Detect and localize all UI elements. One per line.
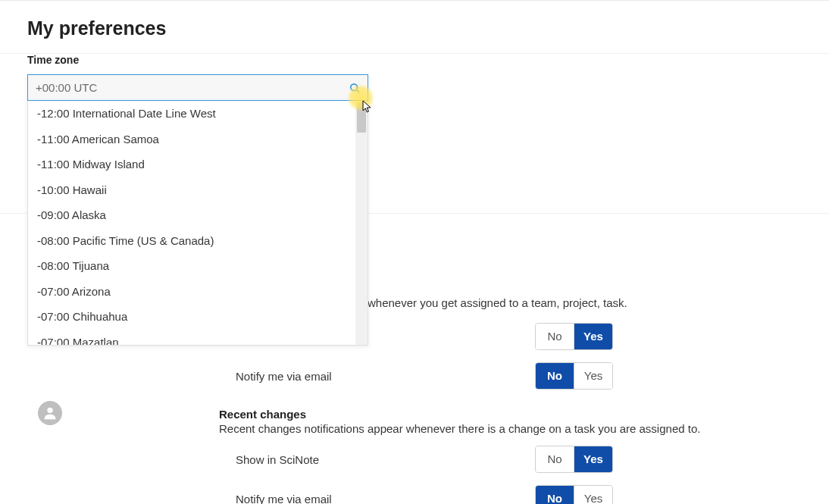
toggle-no[interactable]: No bbox=[536, 446, 574, 472]
timezone-option[interactable]: -10:00 Hawaii bbox=[28, 177, 368, 203]
recent-email-row: Notify me via email No Yes bbox=[219, 485, 613, 504]
toggle-no[interactable]: No bbox=[536, 324, 574, 349]
timezone-option[interactable]: -12:00 International Date Line West bbox=[28, 101, 368, 127]
timezone-search-input[interactable] bbox=[28, 75, 368, 100]
recent-changes-desc: Recent changes notifications appear when… bbox=[219, 422, 829, 435]
recent-email-toggle[interactable]: No Yes bbox=[535, 485, 613, 504]
timezone-search-wrap[interactable] bbox=[27, 74, 368, 101]
toggle-yes[interactable]: Yes bbox=[574, 363, 612, 389]
assignments-show-toggle[interactable]: No Yes bbox=[535, 323, 613, 350]
toggle-no[interactable]: No bbox=[536, 363, 574, 389]
recent-changes-title: Recent changes bbox=[219, 408, 829, 421]
timezone-option[interactable]: -11:00 American Samoa bbox=[28, 127, 368, 152]
toggle-no[interactable]: No bbox=[536, 486, 574, 504]
recent-show-label: Show in SciNote bbox=[219, 453, 535, 466]
timezone-option[interactable]: -11:00 Midway Island bbox=[28, 152, 368, 177]
timezone-option[interactable]: -08:00 Tijuana bbox=[28, 253, 368, 279]
timezone-label: Time zone bbox=[27, 54, 829, 66]
scrollbar-thumb[interactable] bbox=[357, 102, 366, 133]
assignments-email-label: Notify me via email bbox=[219, 370, 535, 383]
svg-point-2 bbox=[47, 408, 52, 413]
assignments-desc-fragment: whenever you get assigned to a team, pro… bbox=[368, 296, 829, 309]
assignments-email-toggle[interactable]: No Yes bbox=[535, 362, 613, 390]
recent-email-label: Notify me via email bbox=[219, 493, 535, 505]
toggle-yes[interactable]: Yes bbox=[574, 486, 612, 504]
timezone-dropdown[interactable]: -12:00 International Date Line West -11:… bbox=[27, 74, 368, 346]
avatar bbox=[38, 401, 62, 425]
search-icon bbox=[349, 83, 360, 93]
assignments-email-row: Notify me via email No Yes bbox=[219, 362, 613, 390]
recent-show-toggle[interactable]: No Yes bbox=[535, 446, 613, 473]
timezone-option[interactable]: -07:00 Mazatlan bbox=[28, 330, 368, 346]
timezone-option[interactable]: -07:00 Chihuahua bbox=[28, 304, 368, 330]
svg-point-0 bbox=[351, 83, 358, 90]
svg-line-1 bbox=[357, 89, 360, 92]
toggle-yes[interactable]: Yes bbox=[574, 324, 612, 349]
toggle-yes[interactable]: Yes bbox=[574, 446, 612, 472]
recent-show-row: Show in SciNote No Yes bbox=[219, 446, 613, 473]
timezone-option[interactable]: -09:00 Alaska bbox=[28, 202, 368, 228]
timezone-option[interactable]: -07:00 Arizona bbox=[28, 279, 368, 305]
scrollbar[interactable] bbox=[355, 101, 368, 345]
timezone-option[interactable]: -08:00 Pacific Time (US & Canada) bbox=[28, 228, 368, 254]
timezone-option-list[interactable]: -12:00 International Date Line West -11:… bbox=[27, 101, 368, 346]
page-title: My preferences bbox=[27, 17, 829, 39]
